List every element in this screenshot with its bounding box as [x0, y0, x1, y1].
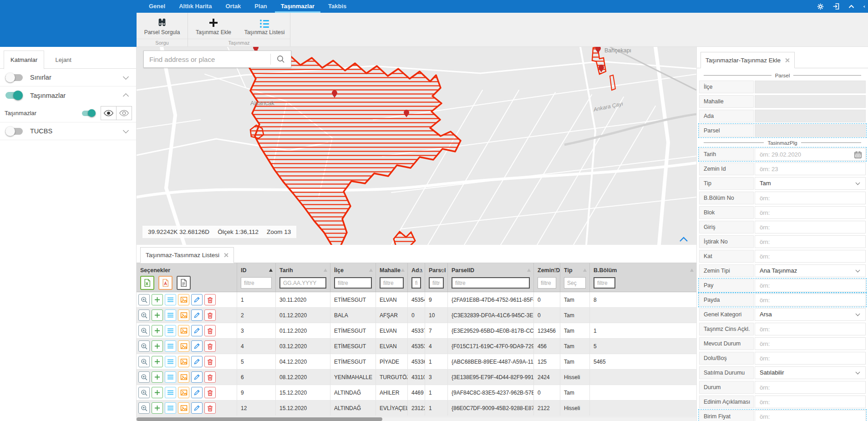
- sort-arrow-icon[interactable]: [324, 269, 327, 272]
- filter-mahalle[interactable]: [380, 277, 404, 289]
- list-row-button[interactable]: [165, 340, 176, 352]
- image-row-button[interactable]: [178, 309, 189, 321]
- edit-row-button[interactable]: [191, 371, 203, 383]
- delete-row-button[interactable]: [204, 325, 216, 336]
- toolbar-button-parsel-sorgula[interactable]: Parsel Sorgula: [137, 13, 188, 39]
- list-row-button[interactable]: [165, 371, 176, 383]
- calendar-icon[interactable]: [854, 151, 862, 159]
- delete-row-button[interactable]: [204, 387, 216, 398]
- chevron-down-icon[interactable]: [123, 127, 129, 133]
- filter-b-bolum[interactable]: [594, 277, 615, 289]
- edit-row-button[interactable]: [191, 340, 203, 352]
- table-row[interactable]: 504.12.2020ETİMESGUTPİYADE453361{ABC68BE…: [137, 354, 696, 370]
- tab-tasinmaz-listesi[interactable]: Taşınmaz-Tasınmaz Listesi: [140, 247, 234, 263]
- field-value-istirak-no[interactable]: [755, 235, 866, 248]
- toggle-sinirlar[interactable]: [5, 74, 23, 81]
- field-value-blok[interactable]: [755, 206, 866, 219]
- delete-row-button[interactable]: [204, 309, 216, 321]
- column-id[interactable]: ID: [237, 263, 275, 292]
- image-row-button[interactable]: [178, 371, 189, 383]
- column-tarih[interactable]: Tarih: [275, 263, 330, 292]
- delete-row-button[interactable]: [204, 294, 216, 305]
- chevron-down-icon[interactable]: [123, 74, 129, 80]
- table-row[interactable]: 201.12.2020BALAAFŞAR010{C3E32839-DF0A-41…: [137, 308, 696, 323]
- field-value-kat[interactable]: [755, 250, 866, 263]
- list-row-button[interactable]: [165, 294, 176, 305]
- field-value-tip[interactable]: Tam: [755, 177, 866, 190]
- sort-arrow-icon[interactable]: [269, 269, 273, 272]
- edit-row-button[interactable]: [191, 325, 203, 336]
- column-b-bolum[interactable]: B.Bölüm: [589, 263, 696, 292]
- add-row-button[interactable]: [152, 340, 163, 352]
- input-giris[interactable]: [755, 221, 865, 233]
- column-parselid[interactable]: ParselID: [447, 263, 533, 292]
- logout-icon[interactable]: [832, 3, 840, 10]
- sort-arrow-icon[interactable]: [418, 269, 422, 272]
- column-parsel[interactable]: Parsel: [425, 263, 447, 292]
- nav-tab-altlik-harita[interactable]: Altlık Harita: [172, 0, 218, 13]
- add-row-button[interactable]: [152, 356, 163, 367]
- list-row-button[interactable]: [165, 402, 176, 414]
- horizontal-scrollbar[interactable]: [137, 416, 696, 421]
- input-tasnmz-cins-ackl[interactable]: [755, 323, 865, 335]
- image-row-button[interactable]: [178, 294, 189, 305]
- add-row-button[interactable]: [152, 402, 163, 414]
- collapse-icon[interactable]: [848, 3, 855, 10]
- filter-ilce[interactable]: [334, 277, 372, 289]
- sort-arrow-icon[interactable]: [369, 269, 373, 272]
- input-pay[interactable]: [755, 279, 865, 291]
- zoom-row-button[interactable]: [138, 371, 150, 383]
- panel-collapse-button[interactable]: [678, 236, 689, 243]
- zoom-row-button[interactable]: [138, 387, 150, 398]
- zoom-row-button[interactable]: [138, 402, 150, 414]
- zoom-row-button[interactable]: [138, 356, 150, 367]
- list-row-button[interactable]: [165, 356, 176, 367]
- zoom-row-button[interactable]: [138, 325, 150, 336]
- edit-row-button[interactable]: [191, 402, 203, 414]
- image-row-button[interactable]: [178, 402, 189, 414]
- delete-row-button[interactable]: [204, 371, 216, 383]
- sort-arrow-icon[interactable]: [527, 269, 531, 272]
- map-view[interactable]: Alsancak Bahçekapı Ankara Çayı 39.92242K…: [137, 47, 696, 245]
- edit-row-button[interactable]: [191, 387, 203, 398]
- sort-arrow-icon[interactable]: [401, 269, 405, 272]
- toggle-sub-tasinmazlar[interactable]: [82, 111, 96, 116]
- input-durum[interactable]: [755, 381, 865, 393]
- close-icon[interactable]: [223, 253, 228, 258]
- nav-tab-plan[interactable]: Plan: [248, 0, 274, 13]
- export-pdf-button[interactable]: [158, 276, 173, 290]
- table-row[interactable]: 1215.12.2020ALTINDAĞEVLİYAÇELEBİ231221{8…: [137, 401, 696, 416]
- column-tip[interactable]: Tip: [560, 263, 589, 292]
- field-value-zemin-id[interactable]: [755, 162, 866, 175]
- zoom-row-button[interactable]: [138, 309, 150, 321]
- toolbar-button-tasinmaz-ekle[interactable]: Taşınmaz Ekle: [188, 13, 239, 39]
- sort-arrow-icon[interactable]: [441, 269, 445, 272]
- column-ada[interactable]: Ada: [407, 263, 425, 292]
- list-row-button[interactable]: [165, 325, 176, 336]
- filter-parselid[interactable]: [452, 277, 530, 289]
- input-mevcut-durum[interactable]: [755, 338, 865, 350]
- zoom-row-button[interactable]: [138, 294, 150, 305]
- table-row[interactable]: 130.11.2020ETİMESGUTELVAN453549{2FA91E8B…: [137, 292, 696, 308]
- nav-tab-genel[interactable]: Genel: [142, 0, 172, 13]
- sort-arrow-icon[interactable]: [690, 269, 694, 272]
- add-row-button[interactable]: [152, 371, 163, 383]
- field-value-mevcut-durum[interactable]: [755, 337, 866, 350]
- zoom-row-button[interactable]: [138, 340, 150, 352]
- search-button[interactable]: [271, 51, 291, 67]
- input-tarih[interactable]: [755, 148, 865, 160]
- column-ilce[interactable]: İlçe: [330, 263, 376, 292]
- nav-tab-tasinmazlar[interactable]: Taşınmazlar: [274, 0, 321, 13]
- list-row-button[interactable]: [165, 309, 176, 321]
- input-b-bolum-no[interactable]: [755, 192, 865, 204]
- nav-tab-ortak[interactable]: Ortak: [218, 0, 248, 13]
- column-zeminid[interactable]: ZeminID: [533, 263, 560, 292]
- add-row-button[interactable]: [152, 309, 163, 321]
- field-value-pay[interactable]: [755, 279, 866, 292]
- settings-icon[interactable]: [817, 3, 824, 10]
- scrollbar-thumb[interactable]: [137, 417, 382, 421]
- field-value-satilma-durumu[interactable]: Satılabilir: [755, 366, 866, 379]
- delete-row-button[interactable]: [204, 402, 216, 414]
- edit-row-button[interactable]: [191, 356, 203, 367]
- map-canvas[interactable]: Alsancak Bahçekapı Ankara Çayı: [137, 47, 696, 245]
